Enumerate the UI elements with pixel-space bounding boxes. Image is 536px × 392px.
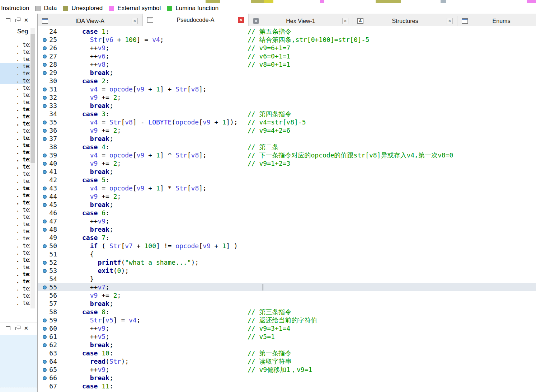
segments-list-item[interactable]: . tex bbox=[0, 299, 30, 307]
gutter-cell[interactable] bbox=[40, 341, 49, 349]
gutter-cell[interactable] bbox=[40, 27, 49, 36]
tab-close-icon[interactable]: ✕ bbox=[238, 17, 244, 23]
gutter-cell[interactable] bbox=[40, 151, 49, 159]
segments-list-item[interactable]: . tex bbox=[0, 63, 30, 70]
code-line[interactable]: 39 v4 = opcode[v9 + 1] ^ Str[v8];// 下一条指… bbox=[38, 151, 536, 159]
segments-list-item[interactable]: . tex bbox=[0, 142, 30, 149]
code-line[interactable]: 63 case 10:// 第一条指令 bbox=[38, 349, 536, 357]
code-line[interactable]: 64 read(Str);// 读取字符串 bbox=[38, 357, 536, 365]
tab-pseudocode-a[interactable]: Pseudocode-A✕ bbox=[142, 14, 249, 26]
gutter-cell[interactable] bbox=[40, 233, 49, 242]
navigation-band[interactable] bbox=[0, 0, 536, 3]
address-dot-icon[interactable] bbox=[43, 129, 47, 133]
gutter-cell[interactable] bbox=[40, 118, 49, 126]
code-line[interactable]: 37 break; bbox=[38, 134, 536, 143]
gutter-cell[interactable] bbox=[40, 365, 49, 374]
segments-list-item[interactable]: . tex bbox=[0, 77, 30, 84]
address-dot-icon[interactable] bbox=[43, 195, 47, 199]
dock-close-icon[interactable]: ✕ bbox=[24, 18, 28, 23]
gutter-cell[interactable] bbox=[40, 332, 49, 341]
segments-list-item[interactable]: . tex bbox=[0, 235, 30, 242]
gutter-cell[interactable] bbox=[40, 266, 49, 275]
segments-list-item[interactable]: . tex bbox=[0, 41, 30, 48]
gutter-cell[interactable] bbox=[40, 258, 49, 266]
address-dot-icon[interactable] bbox=[43, 368, 47, 372]
code-line[interactable]: 25 Str[v6 + 100] = v4;// 结合第四条,str[0+100… bbox=[38, 36, 536, 44]
segments-list-item[interactable]: . tex bbox=[0, 228, 30, 235]
code-line[interactable]: 60 ++v9;// v9=3+1=4 bbox=[38, 324, 536, 332]
gutter-cell[interactable] bbox=[40, 60, 49, 69]
gutter-cell[interactable] bbox=[40, 200, 49, 209]
address-dot-icon[interactable] bbox=[43, 203, 47, 207]
code-line[interactable]: 34 case 3:// 第四条指令 bbox=[38, 110, 536, 118]
address-dot-icon[interactable] bbox=[43, 88, 47, 91]
address-dot-icon[interactable] bbox=[43, 96, 47, 100]
code-line[interactable]: 52 printf("what a shame..."); bbox=[38, 258, 536, 266]
code-line[interactable]: 55 ++v7; bbox=[38, 283, 536, 291]
tab-close-icon[interactable]: ✕ bbox=[132, 18, 138, 24]
code-line[interactable]: 65 ++v9;// v9偏移加1，v9=1 bbox=[38, 365, 536, 374]
address-dot-icon[interactable] bbox=[43, 154, 47, 157]
gutter-cell[interactable] bbox=[40, 242, 49, 250]
segments-list-item[interactable]: . tex bbox=[0, 292, 30, 299]
gutter-cell[interactable] bbox=[40, 52, 49, 60]
gutter-cell[interactable] bbox=[40, 44, 49, 52]
code-line[interactable]: 50 if ( Str[v7 + 100] != opcode[v9 + 1] … bbox=[38, 242, 536, 250]
gutter-cell[interactable] bbox=[40, 209, 49, 217]
code-line[interactable]: 28 ++v8;// v8=0+1=1 bbox=[38, 60, 536, 69]
segments-list-item[interactable]: . tex bbox=[0, 127, 30, 134]
pseudocode-view[interactable]: 24 case 1:// 第五条指令25 Str[v6 + 100] = v4;… bbox=[38, 26, 536, 392]
segments-list-item[interactable]: . tex bbox=[0, 185, 30, 192]
code-line[interactable]: 42 case 5: bbox=[38, 176, 536, 184]
segments-list-item[interactable]: . tex bbox=[0, 285, 30, 292]
address-dot-icon[interactable] bbox=[43, 38, 47, 42]
gutter-cell[interactable] bbox=[40, 159, 49, 167]
address-dot-icon[interactable] bbox=[43, 219, 47, 223]
tab-close-icon[interactable]: ✕ bbox=[342, 18, 348, 24]
segments-list-item[interactable]: . tex bbox=[0, 70, 30, 77]
gutter-cell[interactable] bbox=[40, 324, 49, 332]
code-line[interactable]: 56 v9 += 2; bbox=[38, 291, 536, 299]
code-line[interactable]: 41 break; bbox=[38, 167, 536, 176]
code-line[interactable]: 43 v4 = opcode[v9 + 1] * Str[v8]; bbox=[38, 184, 536, 192]
address-dot-icon[interactable] bbox=[43, 46, 47, 50]
segments-list-item[interactable]: . tex bbox=[0, 206, 30, 213]
gutter-cell[interactable] bbox=[40, 101, 49, 110]
gutter-cell[interactable] bbox=[40, 299, 49, 308]
gutter-cell[interactable] bbox=[40, 93, 49, 101]
code-line[interactable]: 36 v9 += 2;// v9=4+2=6 bbox=[38, 126, 536, 134]
gutter-cell[interactable] bbox=[40, 192, 49, 200]
dock-float-icon[interactable] bbox=[15, 327, 19, 330]
address-dot-icon[interactable] bbox=[43, 318, 47, 322]
segments-list-item[interactable]: . tex bbox=[0, 99, 30, 106]
gutter-cell[interactable] bbox=[40, 349, 49, 357]
code-line[interactable]: 49 case 7: bbox=[38, 233, 536, 242]
gutter-cell[interactable] bbox=[40, 357, 49, 365]
segments-list-item[interactable]: . tex bbox=[0, 91, 30, 99]
code-line[interactable]: 32 v9 += 2; bbox=[38, 93, 536, 101]
segments-list-item[interactable]: . tex bbox=[0, 199, 30, 206]
segments-list-item[interactable]: . tex bbox=[0, 156, 30, 163]
code-line[interactable]: 58 case 8:// 第三条指令 bbox=[38, 308, 536, 316]
gutter-cell[interactable] bbox=[40, 382, 49, 390]
address-dot-icon[interactable] bbox=[43, 335, 47, 339]
code-line[interactable]: 24 case 1:// 第五条指令 bbox=[38, 27, 536, 36]
segments-list-item[interactable]: . tex bbox=[0, 163, 30, 170]
address-dot-icon[interactable] bbox=[43, 55, 47, 58]
address-dot-icon[interactable] bbox=[43, 343, 47, 347]
gutter-cell[interactable] bbox=[40, 308, 49, 316]
address-dot-icon[interactable] bbox=[43, 269, 47, 273]
code-line[interactable]: 61 ++v5;// v5=1 bbox=[38, 332, 536, 341]
code-line[interactable]: 29 break; bbox=[38, 69, 536, 77]
segments-scrollbar[interactable] bbox=[30, 28, 35, 308]
scrollbar-thumb[interactable] bbox=[30, 34, 35, 163]
segments-list-item[interactable]: . tex bbox=[0, 56, 30, 63]
dock-float-icon[interactable] bbox=[15, 19, 19, 22]
code-line[interactable]: 54 } bbox=[38, 275, 536, 283]
segments-list-item[interactable]: . tex bbox=[0, 278, 30, 285]
gutter-cell[interactable] bbox=[40, 184, 49, 192]
address-dot-icon[interactable] bbox=[43, 360, 47, 364]
segments-list-item[interactable]: . tex bbox=[0, 256, 30, 264]
code-line[interactable]: 46 case 6: bbox=[38, 209, 536, 217]
segments-list-item[interactable]: . tex bbox=[0, 271, 30, 278]
